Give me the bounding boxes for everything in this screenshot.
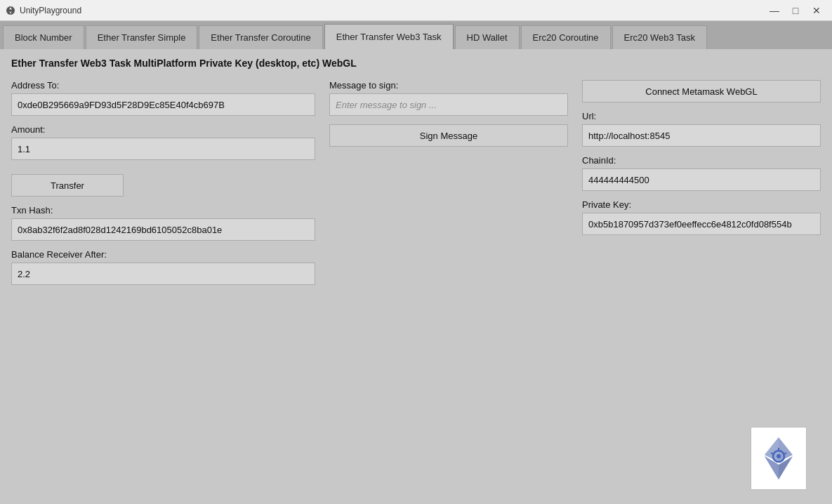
app-title: UnityPlayground <box>20 6 81 15</box>
maximize-button[interactable]: □ <box>786 3 805 18</box>
tab-erc20-coroutine[interactable]: Erc20 Coroutine <box>521 25 611 49</box>
private-key-input[interactable] <box>582 213 821 235</box>
app-icon <box>6 6 15 15</box>
amount-label: Amount: <box>11 124 315 135</box>
sign-group: Sign Message <box>329 124 568 147</box>
txn-hash-group: Txn Hash: <box>11 205 315 241</box>
middle-panel: Message to sign: Sign Message <box>329 80 568 293</box>
svg-point-8 <box>777 454 781 458</box>
address-group: Address To: <box>11 80 315 116</box>
balance-input[interactable] <box>11 263 315 285</box>
tab-ether-transfer-simple[interactable]: Ether Transfer Simple <box>86 25 198 49</box>
minimize-button[interactable]: — <box>765 3 784 18</box>
message-group: Message to sign: <box>329 80 568 116</box>
private-key-label: Private Key: <box>582 199 821 210</box>
address-label: Address To: <box>11 80 315 91</box>
transfer-group: Transfer <box>11 168 315 197</box>
url-label: Url: <box>582 111 821 121</box>
title-bar-left: UnityPlayground <box>6 6 81 15</box>
connect-group: Connect Metamask WebGL <box>582 80 821 102</box>
content-layout: Address To: Amount: Transfer Txn Hash: B… <box>11 80 821 293</box>
sign-message-button[interactable]: Sign Message <box>329 124 568 147</box>
private-key-group: Private Key: <box>582 199 821 235</box>
tab-ether-transfer-coroutine[interactable]: Ether Transfer Coroutine <box>199 25 322 49</box>
tab-ether-transfer-web3-task[interactable]: Ether Transfer Web3 Task <box>324 24 454 49</box>
main-content: Ether Transfer Web3 Task MultiPlatform P… <box>0 49 832 504</box>
close-button[interactable]: ✕ <box>807 3 826 18</box>
amount-group: Amount: <box>11 124 315 160</box>
left-panel: Address To: Amount: Transfer Txn Hash: B… <box>11 80 315 293</box>
connect-metamask-button[interactable]: Connect Metamask WebGL <box>582 80 821 102</box>
tab-erc20-web3-task[interactable]: Erc20 Web3 Task <box>612 25 707 49</box>
chain-id-label: ChainId: <box>582 155 821 166</box>
amount-input[interactable] <box>11 138 315 160</box>
tab-block-number[interactable]: Block Number <box>3 25 84 49</box>
right-panel: Connect Metamask WebGL Url: ChainId: Pri… <box>582 80 821 293</box>
tab-hd-wallet[interactable]: HD Wallet <box>455 25 520 49</box>
address-input[interactable] <box>11 93 315 116</box>
chain-id-group: ChainId: <box>582 155 821 191</box>
logo-icon <box>758 434 800 483</box>
message-label: Message to sign: <box>329 80 568 91</box>
txn-hash-label: Txn Hash: <box>11 205 315 215</box>
url-input[interactable] <box>582 124 821 147</box>
message-input[interactable] <box>329 93 568 116</box>
url-group: Url: <box>582 111 821 147</box>
txn-hash-input[interactable] <box>11 218 315 241</box>
page-title: Ether Transfer Web3 Task MultiPlatform P… <box>11 58 821 69</box>
balance-group: Balance Receiver After: <box>11 249 315 285</box>
logo-box <box>751 427 807 490</box>
balance-label: Balance Receiver After: <box>11 249 315 260</box>
window-controls: — □ ✕ <box>765 3 826 18</box>
title-bar: UnityPlayground — □ ✕ <box>0 0 832 21</box>
transfer-button[interactable]: Transfer <box>11 174 124 197</box>
tab-bar: Block Number Ether Transfer Simple Ether… <box>0 21 832 49</box>
chain-id-input[interactable] <box>582 168 821 191</box>
